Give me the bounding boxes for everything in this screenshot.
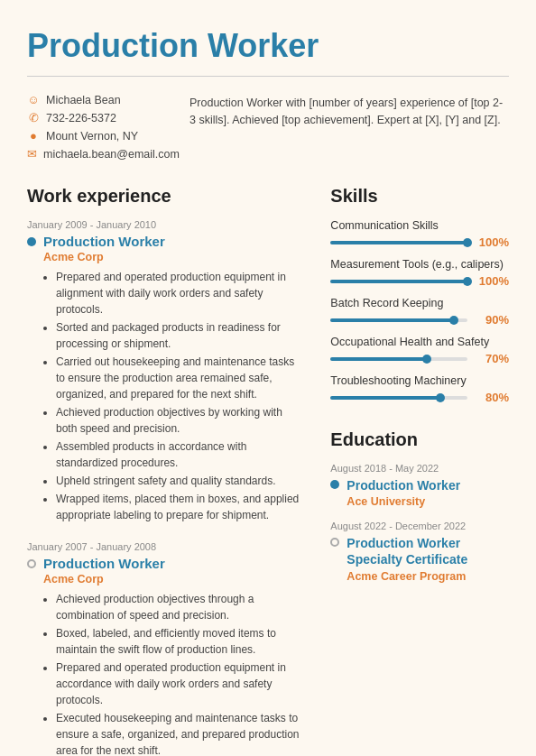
contact-email-row: ✉ michaela.bean@email.com xyxy=(27,147,153,161)
skill-bar-fill-0 xyxy=(330,241,467,244)
skill-bar-bg-3 xyxy=(330,357,467,361)
jobs-container: January 2009 - January 2010Production Wo… xyxy=(27,219,303,756)
skill-bar-fill-3 xyxy=(330,357,426,361)
skill-row-4: Troubleshooting Machinery80% xyxy=(330,374,509,404)
job-bullet-item-0-2: Carried out housekeeping and maintenance… xyxy=(56,354,303,402)
job-title-row-0: Production Worker xyxy=(27,234,303,249)
edu-bullet-0 xyxy=(330,480,339,489)
edu-title-text-0: Production Worker xyxy=(347,477,460,493)
contact-email: michaela.bean@email.com xyxy=(43,148,180,161)
skill-bar-bg-1 xyxy=(330,280,467,283)
job-title-text-1: Production Worker xyxy=(43,556,165,571)
page-title: Production Worker xyxy=(27,27,509,65)
edu-date-0: August 2018 - May 2022 xyxy=(330,463,509,474)
skill-bar-row-0: 100% xyxy=(330,235,509,249)
skill-bar-row-2: 90% xyxy=(330,313,509,327)
edu-container: August 2018 - May 2022Production WorkerA… xyxy=(330,463,509,583)
job-title-row-1: Production Worker xyxy=(27,556,303,571)
job-bullet-item-0-5: Upheld stringent safety and quality stan… xyxy=(56,473,303,489)
title-divider xyxy=(27,76,509,77)
skill-bar-bg-0 xyxy=(330,241,467,244)
skill-bar-fill-1 xyxy=(330,280,467,283)
edu-title-row-0: Production Worker xyxy=(330,477,509,493)
job-bullet-item-1-1: Boxed, labeled, and efficiently moved it… xyxy=(56,625,303,658)
skill-bar-row-4: 80% xyxy=(330,391,509,404)
job-entry-1: January 2007 - January 2008Production Wo… xyxy=(27,541,303,756)
job-company-0: Acme Corp xyxy=(43,251,303,263)
skill-label-4: Troubleshooting Machinery xyxy=(330,374,509,387)
edu-school-1: Acme Career Program xyxy=(347,570,509,583)
left-column: Work experience January 2009 - January 2… xyxy=(27,186,303,756)
job-bullet-item-0-4: Assembled products in accordance with st… xyxy=(56,438,303,471)
right-column: Skills Communication Skills100%Measureme… xyxy=(330,186,509,756)
skill-percent-1: 100% xyxy=(475,274,509,288)
skill-bar-fill-2 xyxy=(330,318,453,322)
contact-phone-row: ✆ 732-226-5372 xyxy=(27,111,153,124)
contact-name: Michaela Bean xyxy=(46,94,121,106)
job-bullet-item-0-0: Prepared and operated production equipme… xyxy=(56,269,303,318)
job-bullet-item-1-0: Achieved production objectives through a… xyxy=(56,591,303,623)
work-experience-title: Work experience xyxy=(27,186,303,207)
contact-name-row: ☺ Michaela Bean xyxy=(27,93,153,106)
job-bullet-item-1-2: Prepared and operated production equipme… xyxy=(56,659,303,708)
contact-phone: 732-226-5372 xyxy=(46,112,116,124)
job-bullets-0: Prepared and operated production equipme… xyxy=(43,269,303,523)
skill-row-3: Occupational Health and Safety70% xyxy=(330,336,509,365)
job-bullet-item-1-3: Executed housekeeping and maintenance ta… xyxy=(56,710,303,756)
contact-location-row: ● Mount Vernon, NY xyxy=(27,129,153,143)
job-bullet-item-0-3: Achieved production objectives by workin… xyxy=(56,404,303,437)
job-bullet-item-0-1: Sorted and packaged products in readines… xyxy=(56,319,303,352)
edu-entry-1: August 2022 - December 2022Production Wo… xyxy=(330,521,509,582)
edu-date-1: August 2022 - December 2022 xyxy=(330,521,509,531)
education-title: Education xyxy=(330,429,509,450)
education-section: Education August 2018 - May 2022Producti… xyxy=(330,429,509,583)
skills-section: Skills Communication Skills100%Measureme… xyxy=(330,186,509,404)
skill-bar-fill-4 xyxy=(330,396,439,400)
job-bullet-0 xyxy=(27,237,36,246)
job-company-1: Acme Corp xyxy=(43,573,303,585)
skill-bar-bg-4 xyxy=(330,396,467,400)
edu-school-0: Ace University xyxy=(347,495,509,508)
job-date-0: January 2009 - January 2010 xyxy=(27,219,303,230)
summary-text: Production Worker with [number of years]… xyxy=(189,93,509,161)
skill-label-0: Communication Skills xyxy=(330,219,509,232)
person-icon: ☺ xyxy=(27,93,40,106)
location-icon: ● xyxy=(27,129,40,143)
job-title-text-0: Production Worker xyxy=(43,234,165,249)
job-entry-0: January 2009 - January 2010Production Wo… xyxy=(27,219,303,523)
edu-title-text-1: Production Worker Specialty Certificate xyxy=(347,535,509,567)
contact-location: Mount Vernon, NY xyxy=(46,130,138,143)
phone-icon: ✆ xyxy=(27,111,40,124)
contact-section: ☺ Michaela Bean ✆ 732-226-5372 ● Mount V… xyxy=(27,93,509,161)
skill-bar-row-3: 70% xyxy=(330,352,509,365)
job-bullet-1 xyxy=(27,559,36,568)
skill-row-1: Measurement Tools (e.g., calipers)100% xyxy=(330,258,509,288)
skills-title: Skills xyxy=(330,186,509,207)
skill-percent-0: 100% xyxy=(475,235,509,249)
main-content: Work experience January 2009 - January 2… xyxy=(27,186,509,756)
skill-percent-3: 70% xyxy=(475,352,509,365)
skill-percent-4: 80% xyxy=(475,391,509,404)
contact-info: ☺ Michaela Bean ✆ 732-226-5372 ● Mount V… xyxy=(27,93,153,161)
skill-label-3: Occupational Health and Safety xyxy=(330,336,509,348)
job-date-1: January 2007 - January 2008 xyxy=(27,541,303,552)
email-icon: ✉ xyxy=(27,147,37,161)
skills-container: Communication Skills100%Measurement Tool… xyxy=(330,219,509,404)
job-bullet-item-0-6: Wrapped items, placed them in boxes, and… xyxy=(56,491,303,523)
edu-bullet-1 xyxy=(330,538,339,547)
skill-bar-bg-2 xyxy=(330,318,467,322)
skill-row-0: Communication Skills100% xyxy=(330,219,509,249)
skill-row-2: Batch Record Keeping90% xyxy=(330,297,509,327)
job-bullets-1: Achieved production objectives through a… xyxy=(43,591,303,756)
skill-label-1: Measurement Tools (e.g., calipers) xyxy=(330,258,509,271)
skill-bar-row-1: 100% xyxy=(330,274,509,288)
edu-entry-0: August 2018 - May 2022Production WorkerA… xyxy=(330,463,509,508)
skill-percent-2: 90% xyxy=(475,313,509,327)
skill-label-2: Batch Record Keeping xyxy=(330,297,509,309)
edu-title-row-1: Production Worker Specialty Certificate xyxy=(330,535,509,567)
